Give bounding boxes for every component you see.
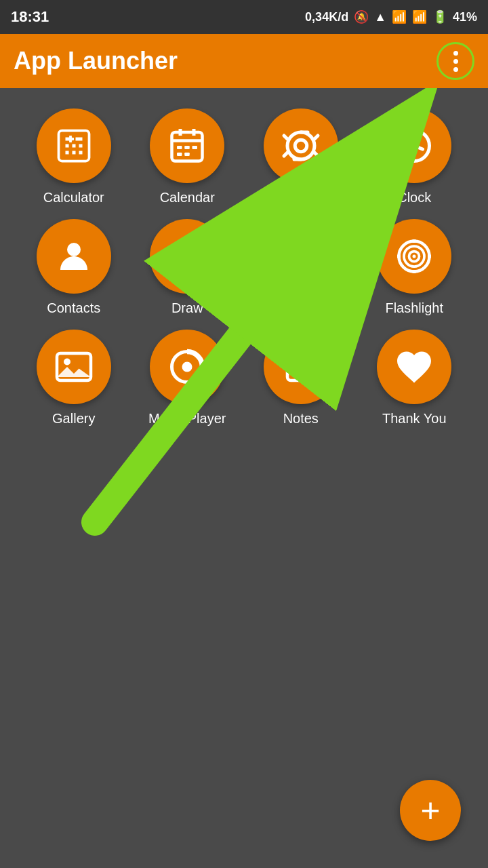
app-item-calculator[interactable]: Calculator <box>20 108 127 205</box>
app-icon-notes <box>264 330 338 404</box>
app-label-camera: Camera <box>277 190 325 205</box>
app-icon-camera <box>264 108 338 183</box>
gallery-icon <box>54 347 94 387</box>
svg-point-45 <box>413 255 416 258</box>
thankyou-icon <box>394 347 434 387</box>
svg-rect-19 <box>192 146 198 149</box>
app-item-gallery[interactable]: Gallery <box>20 330 127 427</box>
wifi-icon: ▲ <box>374 10 386 24</box>
app-label-calendar: Calendar <box>160 190 215 205</box>
app-header: App Launcher <box>0 34 488 88</box>
app-label-thankyou: Thank You <box>382 411 447 427</box>
signal-icon: 📶 <box>392 9 407 24</box>
svg-point-33 <box>413 144 416 148</box>
battery-icon: 🔋 <box>432 9 447 24</box>
svg-point-51 <box>64 359 70 366</box>
signal-icon-2: 📶 <box>412 9 427 24</box>
app-icon-filemanager <box>264 219 338 294</box>
svg-point-53 <box>182 362 192 372</box>
musicplayer-icon <box>167 347 207 387</box>
filemanager-icon <box>281 236 321 277</box>
camera-icon <box>281 125 321 166</box>
status-right: 0,34K/d 🔕 ▲ 📶 📶 🔋 41% <box>305 9 477 24</box>
svg-rect-4 <box>75 138 82 141</box>
mute-icon: 🔕 <box>354 9 369 24</box>
app-item-notes[interactable]: Notes <box>247 330 354 427</box>
app-label-filemanager: File Manager <box>261 300 340 316</box>
three-dots-icon <box>453 51 458 72</box>
app-label-gallery: Gallery <box>52 411 95 427</box>
app-icon-gallery <box>37 330 111 404</box>
svg-rect-6 <box>72 144 75 148</box>
app-item-filemanager[interactable]: File Manager <box>247 219 354 316</box>
app-icon-draw <box>150 219 224 294</box>
svg-rect-21 <box>185 153 190 156</box>
status-time: 18:31 <box>11 8 49 26</box>
svg-line-26 <box>314 153 318 156</box>
app-item-musicplayer[interactable]: Music Player <box>134 330 241 427</box>
app-icon-clock <box>377 108 451 183</box>
app-item-thankyou[interactable]: Thank You <box>361 330 468 427</box>
app-grid: Calculator Calendar <box>0 88 488 447</box>
app-item-flashlight[interactable]: Flashlight <box>361 219 468 316</box>
app-icon-flashlight <box>377 219 451 294</box>
app-label-calculator: Calculator <box>43 190 104 205</box>
app-item-contacts[interactable]: Contacts <box>20 219 127 316</box>
app-icon-calculator <box>37 108 111 183</box>
app-label-clock: Clock <box>397 190 431 205</box>
app-label-contacts: Contacts <box>47 300 100 316</box>
svg-line-29 <box>284 136 287 139</box>
clock-icon <box>394 125 434 166</box>
svg-point-23 <box>295 140 307 152</box>
calendar-icon <box>167 125 207 166</box>
app-icon-contacts <box>37 219 111 294</box>
app-label-draw: Draw <box>171 300 203 316</box>
app-item-calendar[interactable]: Calendar <box>134 108 241 205</box>
app-label-musicplayer: Music Player <box>148 411 226 427</box>
battery-percent: 41% <box>453 10 477 24</box>
svg-rect-8 <box>65 151 68 155</box>
svg-rect-18 <box>185 146 190 149</box>
app-item-draw[interactable]: Draw <box>134 219 241 316</box>
svg-point-22 <box>287 132 314 159</box>
svg-line-28 <box>284 153 287 156</box>
svg-rect-17 <box>177 146 182 149</box>
draw-icon <box>167 236 207 277</box>
calculator-icon <box>54 125 94 166</box>
app-item-camera[interactable]: Camera <box>247 108 354 205</box>
app-item-clock[interactable]: Clock <box>361 108 468 205</box>
flashlight-icon <box>394 236 434 277</box>
network-speed: 0,34K/d <box>305 10 348 24</box>
contacts-icon <box>54 236 94 277</box>
svg-rect-5 <box>65 144 68 148</box>
svg-rect-20 <box>177 153 182 156</box>
app-icon-calendar <box>150 108 224 183</box>
svg-point-34 <box>67 243 81 256</box>
overflow-menu-button[interactable] <box>436 42 474 80</box>
fab-add-button[interactable]: + <box>400 780 461 841</box>
app-icon-musicplayer <box>150 330 224 404</box>
app-label-flashlight: Flashlight <box>385 300 443 316</box>
app-icon-thankyou <box>377 330 451 404</box>
svg-rect-9 <box>72 151 75 155</box>
notes-icon <box>281 347 321 387</box>
svg-line-25 <box>314 136 318 139</box>
status-bar: 18:31 0,34K/d 🔕 ▲ 📶 📶 🔋 41% <box>0 0 488 34</box>
svg-rect-10 <box>79 151 82 155</box>
app-label-notes: Notes <box>283 411 319 427</box>
svg-rect-7 <box>79 144 82 148</box>
app-title: App Launcher <box>14 47 178 75</box>
